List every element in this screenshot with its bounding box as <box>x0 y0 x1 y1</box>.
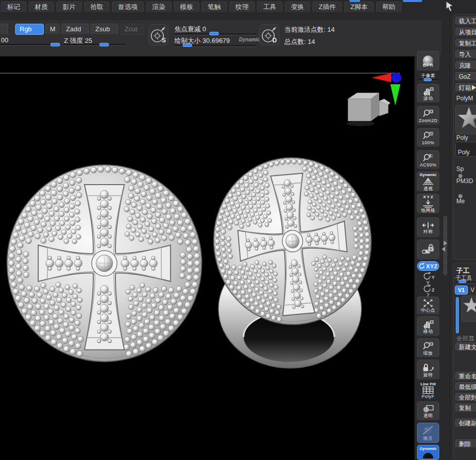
move-icon <box>422 319 434 329</box>
menu-item-6[interactable]: 模板 <box>174 2 199 13</box>
subtool-list-scrollbar[interactable] <box>456 297 459 333</box>
dynamic-button[interactable]: Dynamic <box>417 445 439 460</box>
new-folder-button[interactable]: 新建文 <box>455 342 476 351</box>
tool-menu-button-4[interactable]: 克隆 <box>455 61 476 70</box>
svg-text:Z: Z <box>432 288 435 293</box>
tool-menu-button-3[interactable]: 导入 <box>455 50 476 59</box>
ghost-button-label: 幽灵 <box>424 436 433 441</box>
tool-panel: 工具 载入工从项目复制工导入克隆GoZ灯箱▶PolyMPolyPolySpPM3… <box>450 0 476 460</box>
subtool-slider-handle[interactable] <box>458 280 466 283</box>
stroke-type-d-button[interactable]: D <box>259 24 279 45</box>
subtool-action-button-0[interactable]: 重命名 <box>455 372 476 380</box>
actual-size-icon: x1 <box>423 131 434 140</box>
menu-item-4[interactable]: 首选项 <box>112 2 144 13</box>
aahalf-button-label: AC50% <box>420 162 436 167</box>
z-intensity-slider[interactable] <box>64 44 126 46</box>
version-badge[interactable]: V1 <box>455 285 468 295</box>
m-button[interactable]: M <box>45 24 60 35</box>
subtool-action-button-2[interactable]: 全部到 <box>455 393 476 401</box>
slider-handle-fragment[interactable] <box>349 0 360 2</box>
tool-slot-icon <box>457 192 464 201</box>
perspective-button[interactable]: Dynamic透视 <box>417 171 439 192</box>
zoom2d-button[interactable]: Zoom2D <box>417 106 439 125</box>
floor-grid-button-top-label: X Y Z <box>423 195 433 199</box>
z-intensity-slider-handle[interactable] <box>99 43 109 46</box>
transparent-button[interactable]: 透明 <box>417 401 439 421</box>
svg-text:x1: x1 <box>429 132 433 135</box>
menu-item-13[interactable]: 帮助 <box>376 2 401 13</box>
scale-button[interactable]: 缩放 <box>417 338 439 358</box>
current-tool-label: Poly <box>456 134 468 141</box>
camera-lock-button[interactable] <box>417 240 439 260</box>
menu-item-5[interactable]: 渲染 <box>146 2 171 13</box>
polyframe-button[interactable]: Line FillPolyF <box>417 381 439 399</box>
rotate-y-icon: Y <box>421 271 436 281</box>
move-button[interactable]: 移动 <box>417 316 439 336</box>
tool-menu-button-6[interactable]: 灯箱▶ <box>455 83 476 92</box>
frame-center-icon <box>422 299 435 308</box>
subtool-action-button-5[interactable]: 删除 <box>455 439 476 448</box>
tool-slot-icon <box>457 171 464 181</box>
rgb-button[interactable]: Rgb <box>15 24 44 35</box>
transparent-icon <box>422 405 435 413</box>
viewport-canvas[interactable] <box>0 56 414 460</box>
menu-item-1[interactable]: 材质 <box>29 2 54 13</box>
aahalf-button[interactable]: AC50% <box>417 150 439 169</box>
symmetry-button[interactable]: 对称 <box>417 217 439 238</box>
rgb-intensity-value: 00 <box>1 36 8 44</box>
stroke-type-s-button[interactable]: S <box>148 24 168 45</box>
recent-tool-thumbnail[interactable]: Poly <box>455 142 476 157</box>
expand-right-icon <box>444 241 447 246</box>
subtool-action-button-4[interactable]: 创建副 <box>455 419 476 427</box>
menu-item-7[interactable]: 笔触 <box>202 2 227 13</box>
menu-item-11[interactable]: Z插件 <box>313 2 342 13</box>
tool-menu-button-1[interactable]: 从项目 <box>455 28 476 36</box>
ghost-button[interactable]: 幽灵 <box>417 423 439 443</box>
subtool-action-button-1[interactable]: 最低级 <box>455 382 476 391</box>
tool-menu-button-5[interactable]: GoZ <box>455 72 476 81</box>
menu-item-9[interactable]: 工具 <box>257 2 282 13</box>
zoom2d-icon <box>423 108 434 118</box>
version-partial-label: V <box>470 286 474 294</box>
dynamic-mode-label[interactable]: Dynamic <box>239 37 260 42</box>
bpr-button[interactable]: BPR <box>417 51 439 71</box>
zcut-button[interactable]: Zcut <box>120 24 144 35</box>
slider-handle-fragment[interactable] <box>403 0 422 2</box>
rotate-z-button[interactable]: ZZ <box>417 285 439 297</box>
draw-size-slider-handle[interactable] <box>183 43 192 47</box>
polyframe-button-label: PolyF <box>422 394 435 399</box>
menu-item-2[interactable]: 影片 <box>56 2 82 13</box>
panel-collapse-arrows[interactable] <box>442 241 449 252</box>
zsub-button[interactable]: Zsub <box>91 24 118 35</box>
current-tool-thumbnail[interactable] <box>455 105 476 134</box>
scroll-button[interactable]: 滚动 <box>417 84 439 103</box>
recent-tool-label: Poly <box>458 149 469 156</box>
rotate-xyz-button[interactable]: XYZ <box>417 261 439 271</box>
rotate-view-button[interactable]: 旋转 <box>417 360 439 380</box>
subpixel-track[interactable] <box>418 79 438 81</box>
subpixel-handle[interactable] <box>424 78 432 81</box>
menu-item-0[interactable]: 标记 <box>1 2 26 13</box>
actual-size-button[interactable]: x1100% <box>417 128 439 147</box>
rotate-y-button[interactable]: YY <box>417 273 439 284</box>
zadd-button[interactable]: Zadd <box>62 24 89 35</box>
subpixel-slider[interactable]: 子像素 <box>417 72 439 83</box>
subtool-action-button-3[interactable]: 复制 <box>455 404 476 412</box>
tool-menu-button-2[interactable]: 复制工 <box>455 39 476 47</box>
menu-item-8[interactable]: 纹理 <box>229 2 255 13</box>
menu-item-3[interactable]: 拾取 <box>84 2 109 13</box>
focal-shift-slider-handle[interactable] <box>209 32 219 35</box>
floor-grid-button-label: 地网格 <box>421 208 436 213</box>
floor-grid-button[interactable]: X Y Z地网格 <box>417 194 439 214</box>
menu-item-12[interactable]: Z脚本 <box>344 2 374 13</box>
actual-size-button-label: 100% <box>422 140 434 145</box>
frame-center-button[interactable]: 中心点 <box>417 297 439 315</box>
ghost-icon <box>421 425 435 436</box>
symmetry-icon <box>422 221 435 229</box>
rotate-view-icon <box>422 363 435 372</box>
menu-item-10[interactable]: 变换 <box>285 2 310 13</box>
rgb-intensity-slider-handle[interactable] <box>50 43 60 46</box>
tool-menu-button-0[interactable]: 载入工 <box>455 17 476 25</box>
subtool-item-thumbnail[interactable] <box>461 296 476 322</box>
mrgb-button-fragment[interactable] <box>0 24 8 35</box>
